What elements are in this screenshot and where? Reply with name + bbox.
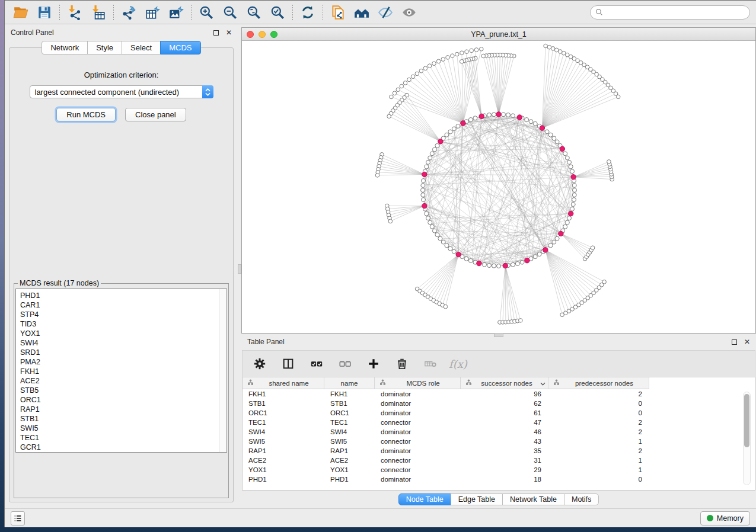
- zoom-in-icon[interactable]: [196, 3, 216, 22]
- table-cell: 31: [461, 457, 548, 464]
- tab-node-table[interactable]: Node Table: [398, 493, 451, 505]
- mcds-result-item[interactable]: TID3: [20, 319, 227, 329]
- tab-network[interactable]: Network: [42, 41, 88, 55]
- tab-mcds[interactable]: MCDS: [160, 41, 200, 55]
- table-cell: STB1: [324, 400, 375, 407]
- mcds-result-item[interactable]: ACE2: [20, 376, 227, 386]
- mcds-result-item[interactable]: YOX1: [20, 329, 227, 338]
- mcds-result-item[interactable]: SWI4: [20, 338, 227, 348]
- search-input[interactable]: [606, 8, 745, 17]
- column-header-name[interactable]: name: [324, 377, 375, 389]
- column-header-predecessor-nodes[interactable]: predecessor nodes: [548, 377, 649, 389]
- table-row[interactable]: TEC1TEC1connector472: [243, 418, 649, 427]
- add-column-icon[interactable]: [363, 354, 384, 373]
- mcds-result-item[interactable]: GCR1: [20, 443, 227, 452]
- close-panel-button[interactable]: Close panel: [125, 108, 186, 121]
- mcds-result-item[interactable]: CAR1: [20, 300, 227, 310]
- optimization-criterion-select[interactable]: largest connected component (undirected): [30, 85, 213, 98]
- network-canvas[interactable]: [242, 41, 755, 333]
- horizontal-splitter-grip[interactable]: [494, 333, 503, 337]
- export-network-icon[interactable]: [119, 3, 139, 22]
- table-row[interactable]: RAP1RAP1dominator352: [243, 446, 649, 456]
- optimization-criterion-label: Optimization criterion:: [9, 70, 233, 79]
- save-session-icon[interactable]: [34, 3, 55, 22]
- memory-button[interactable]: Memory: [700, 511, 750, 525]
- mcds-list-scrollbar[interactable]: [219, 289, 227, 452]
- table-cell: TEC1: [324, 419, 375, 426]
- table-scrollbar[interactable]: [743, 392, 751, 485]
- table-row[interactable]: SWI5SWI5connector431: [243, 437, 649, 446]
- mcds-result-item[interactable]: TEC1: [20, 433, 227, 443]
- column-header-shared-name[interactable]: shared name: [243, 377, 324, 389]
- hide-panel-icon[interactable]: [375, 3, 395, 22]
- import-network-icon[interactable]: [65, 3, 85, 22]
- mcds-result-item[interactable]: STP4: [20, 310, 227, 319]
- delete-column-icon[interactable]: [392, 354, 412, 373]
- mcds-result-item[interactable]: RAP1: [20, 405, 227, 414]
- mcds-result-item[interactable]: STB5: [20, 386, 227, 395]
- import-table-icon[interactable]: [88, 3, 109, 22]
- table-cell: dominator: [375, 400, 461, 407]
- table-cell: ACE2: [243, 457, 324, 464]
- table-cell: connector: [375, 457, 461, 464]
- table-row[interactable]: FKH1FKH1dominator962: [243, 389, 649, 399]
- table-scrollbar-thumb[interactable]: [744, 394, 749, 447]
- close-panel-icon[interactable]: ✕: [226, 29, 232, 36]
- export-table-icon[interactable]: [142, 3, 162, 22]
- table-row[interactable]: PHD1PHD1dominator180: [243, 475, 649, 484]
- table-row[interactable]: YOX1YOX1connector291: [243, 465, 649, 475]
- mcds-result-item[interactable]: FKH1: [20, 367, 227, 376]
- tab-select[interactable]: Select: [122, 41, 161, 55]
- show-columns-icon[interactable]: [278, 354, 298, 373]
- float-panel-icon[interactable]: [213, 30, 219, 36]
- mcds-result-item[interactable]: SWI5: [20, 424, 227, 433]
- clone-network-icon[interactable]: [328, 3, 348, 22]
- table-cell: 2: [548, 419, 649, 426]
- zoom-out-icon[interactable]: [220, 3, 240, 22]
- table-row[interactable]: ORC1ORC1dominator610: [243, 408, 649, 418]
- float-panel-icon[interactable]: [732, 339, 737, 345]
- table-row[interactable]: SWI4SWI4dominator462: [243, 427, 649, 437]
- column-header-successor-nodes[interactable]: successor nodes: [461, 377, 548, 389]
- mcds-result-list[interactable]: PHD1CAR1STP4TID3YOX1SWI4SRD1PMA2FKH1ACE2…: [15, 289, 227, 453]
- network-overview-icon[interactable]: [352, 3, 372, 22]
- deselect-all-icon[interactable]: [335, 354, 355, 373]
- mcds-result-item[interactable]: ORC1: [20, 395, 227, 405]
- zoom-fit-icon[interactable]: [244, 3, 264, 22]
- refresh-view-icon[interactable]: [298, 3, 318, 22]
- tab-edge-table[interactable]: Edge Table: [451, 493, 503, 505]
- delete-table-icon[interactable]: [420, 354, 441, 373]
- table-cell: ORC1: [243, 409, 324, 416]
- network-window-titlebar[interactable]: YPA_prune.txt_1: [242, 28, 755, 41]
- mcds-result-item[interactable]: STB1: [20, 414, 227, 424]
- zoom-selected-icon[interactable]: [267, 3, 288, 22]
- task-history-button[interactable]: [11, 511, 25, 525]
- select-all-icon[interactable]: [307, 354, 327, 373]
- table-cell: ORC1: [324, 409, 375, 416]
- table-row[interactable]: STB1STB1dominator620: [243, 399, 649, 408]
- tab-style[interactable]: Style: [87, 41, 122, 55]
- mcds-result-item[interactable]: PMA2: [20, 357, 227, 367]
- search-field[interactable]: [590, 5, 750, 20]
- export-image-icon[interactable]: [166, 3, 186, 22]
- function-builder-icon[interactable]: f(x): [449, 358, 467, 370]
- mcds-result-item[interactable]: PHD1: [20, 291, 227, 300]
- table-panel: Table Panel ✕: [241, 334, 756, 508]
- run-mcds-button[interactable]: Run MCDS: [56, 108, 116, 121]
- table-cell: dominator: [375, 476, 461, 483]
- table-cell: RAP1: [243, 447, 324, 454]
- column-header-MCDS-role[interactable]: MCDS role: [375, 377, 461, 389]
- network-graph[interactable]: [242, 41, 756, 333]
- table-cell: 2: [548, 428, 649, 435]
- close-panel-icon[interactable]: ✕: [744, 338, 750, 345]
- tab-motifs[interactable]: Motifs: [564, 493, 599, 505]
- open-file-icon[interactable]: [11, 3, 31, 22]
- status-bar: Memory: [5, 508, 756, 527]
- table-settings-gear-icon[interactable]: [250, 354, 270, 373]
- cytoscape-window: Control Panel ✕ NetworkStyleSelectMCDS O…: [4, 0, 756, 527]
- table-body: FKH1FKH1dominator962STB1STB1dominator620…: [243, 389, 755, 484]
- tab-network-table[interactable]: Network Table: [502, 493, 564, 505]
- show-graphics-details-icon[interactable]: [399, 3, 419, 22]
- table-row[interactable]: ACE2ACE2connector311: [243, 456, 649, 465]
- mcds-result-item[interactable]: SRD1: [20, 348, 227, 357]
